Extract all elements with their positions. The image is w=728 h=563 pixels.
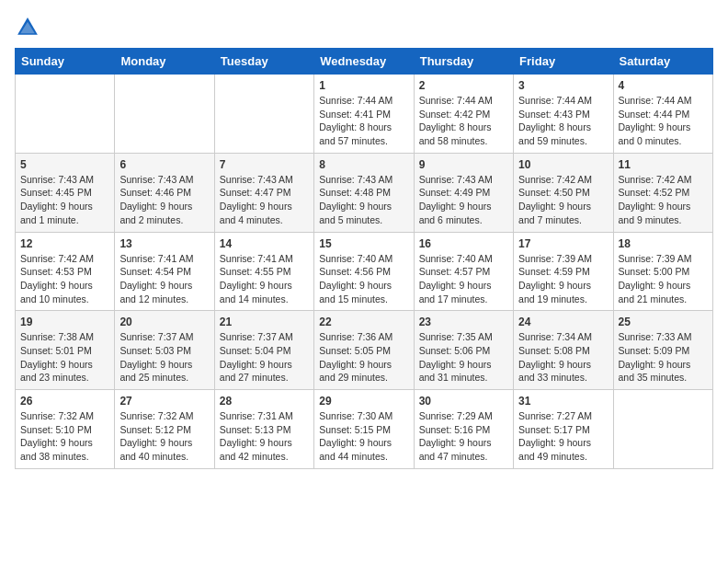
day-cell: 27Sunrise: 7:32 AMSunset: 5:12 PMDayligh…: [115, 390, 214, 469]
day-number: 13: [119, 237, 209, 250]
day-cell: [115, 75, 214, 154]
weekday-friday: Friday: [514, 49, 613, 75]
day-cell: 25Sunrise: 7:33 AMSunset: 5:09 PMDayligh…: [613, 311, 712, 390]
day-info: Sunrise: 7:36 AMSunset: 5:05 PMDaylight:…: [319, 330, 408, 385]
day-number: 23: [419, 316, 508, 328]
day-number: 31: [518, 395, 608, 408]
day-info: Sunrise: 7:43 AMSunset: 4:48 PMDaylight:…: [319, 173, 408, 227]
day-info: Sunrise: 7:34 AMSunset: 5:08 PMDaylight:…: [518, 330, 608, 385]
day-number: 18: [619, 237, 708, 250]
day-number: 3: [518, 79, 608, 92]
day-cell: 21Sunrise: 7:37 AMSunset: 5:04 PMDayligh…: [214, 311, 313, 390]
day-cell: 18Sunrise: 7:39 AMSunset: 5:00 PMDayligh…: [613, 232, 712, 311]
week-row-3: 12Sunrise: 7:42 AMSunset: 4:53 PMDayligh…: [16, 232, 713, 311]
day-info: Sunrise: 7:43 AMSunset: 4:45 PMDaylight:…: [20, 173, 109, 227]
day-number: 27: [119, 395, 209, 408]
logo-icon: [15, 15, 40, 40]
day-number: 9: [419, 158, 508, 171]
day-number: 17: [518, 237, 608, 250]
day-number: 28: [220, 395, 309, 408]
day-number: 19: [20, 316, 109, 328]
day-number: 30: [419, 395, 508, 408]
weekday-sunday: Sunday: [16, 49, 115, 75]
day-number: 25: [619, 316, 708, 328]
day-number: 14: [220, 237, 309, 250]
day-cell: 17Sunrise: 7:39 AMSunset: 4:59 PMDayligh…: [514, 232, 613, 311]
day-info: Sunrise: 7:38 AMSunset: 5:01 PMDaylight:…: [20, 330, 109, 385]
day-number: 26: [20, 395, 109, 408]
day-info: Sunrise: 7:29 AMSunset: 5:16 PMDaylight:…: [419, 409, 508, 464]
day-cell: 15Sunrise: 7:40 AMSunset: 4:56 PMDayligh…: [314, 232, 414, 311]
calendar-table: SundayMondayTuesdayWednesdayThursdayFrid…: [15, 48, 713, 469]
day-cell: 26Sunrise: 7:32 AMSunset: 5:10 PMDayligh…: [16, 390, 115, 469]
day-info: Sunrise: 7:43 AMSunset: 4:46 PMDaylight:…: [119, 173, 209, 227]
day-info: Sunrise: 7:43 AMSunset: 4:49 PMDaylight:…: [419, 173, 508, 227]
day-number: 5: [20, 158, 109, 171]
day-cell: [613, 390, 712, 469]
day-cell: 8Sunrise: 7:43 AMSunset: 4:48 PMDaylight…: [314, 153, 414, 232]
day-cell: [16, 75, 115, 154]
day-cell: 2Sunrise: 7:44 AMSunset: 4:42 PMDaylight…: [414, 75, 513, 154]
day-cell: 13Sunrise: 7:41 AMSunset: 4:54 PMDayligh…: [115, 232, 214, 311]
day-cell: 11Sunrise: 7:42 AMSunset: 4:52 PMDayligh…: [613, 153, 712, 232]
day-number: 22: [319, 316, 408, 328]
day-cell: 9Sunrise: 7:43 AMSunset: 4:49 PMDaylight…: [414, 153, 513, 232]
day-cell: 12Sunrise: 7:42 AMSunset: 4:53 PMDayligh…: [16, 232, 115, 311]
day-info: Sunrise: 7:41 AMSunset: 4:55 PMDaylight:…: [220, 252, 309, 306]
day-number: 4: [619, 79, 708, 92]
day-info: Sunrise: 7:33 AMSunset: 5:09 PMDaylight:…: [619, 330, 708, 385]
day-cell: 23Sunrise: 7:35 AMSunset: 5:06 PMDayligh…: [414, 311, 513, 390]
day-cell: 14Sunrise: 7:41 AMSunset: 4:55 PMDayligh…: [214, 232, 313, 311]
day-number: 21: [220, 316, 309, 328]
day-info: Sunrise: 7:43 AMSunset: 4:47 PMDaylight:…: [220, 173, 309, 227]
day-cell: 31Sunrise: 7:27 AMSunset: 5:17 PMDayligh…: [514, 390, 613, 469]
day-info: Sunrise: 7:41 AMSunset: 4:54 PMDaylight:…: [119, 252, 209, 306]
day-info: Sunrise: 7:44 AMSunset: 4:43 PMDaylight:…: [518, 94, 608, 148]
weekday-header-row: SundayMondayTuesdayWednesdayThursdayFrid…: [16, 49, 713, 75]
day-info: Sunrise: 7:44 AMSunset: 4:41 PMDaylight:…: [319, 94, 408, 148]
day-number: 20: [119, 316, 209, 328]
day-info: Sunrise: 7:27 AMSunset: 5:17 PMDaylight:…: [518, 409, 608, 464]
day-cell: 29Sunrise: 7:30 AMSunset: 5:15 PMDayligh…: [314, 390, 414, 469]
day-info: Sunrise: 7:39 AMSunset: 4:59 PMDaylight:…: [518, 252, 608, 306]
day-cell: 7Sunrise: 7:43 AMSunset: 4:47 PMDaylight…: [214, 153, 313, 232]
day-info: Sunrise: 7:30 AMSunset: 5:15 PMDaylight:…: [319, 409, 408, 464]
logo: [15, 15, 40, 40]
day-info: Sunrise: 7:40 AMSunset: 4:57 PMDaylight:…: [419, 252, 508, 306]
day-cell: [214, 75, 313, 154]
day-cell: 1Sunrise: 7:44 AMSunset: 4:41 PMDaylight…: [314, 75, 414, 154]
day-number: 8: [319, 158, 408, 171]
day-number: 10: [518, 158, 608, 171]
week-row-4: 19Sunrise: 7:38 AMSunset: 5:01 PMDayligh…: [16, 311, 713, 390]
day-cell: 5Sunrise: 7:43 AMSunset: 4:45 PMDaylight…: [16, 153, 115, 232]
day-info: Sunrise: 7:42 AMSunset: 4:50 PMDaylight:…: [518, 173, 608, 227]
day-number: 15: [319, 237, 408, 250]
weekday-thursday: Thursday: [414, 49, 513, 75]
day-number: 7: [220, 158, 309, 171]
day-info: Sunrise: 7:31 AMSunset: 5:13 PMDaylight:…: [220, 409, 309, 464]
day-cell: 3Sunrise: 7:44 AMSunset: 4:43 PMDaylight…: [514, 75, 613, 154]
day-number: 24: [518, 316, 608, 328]
day-info: Sunrise: 7:32 AMSunset: 5:10 PMDaylight:…: [20, 409, 109, 464]
day-number: 16: [419, 237, 508, 250]
day-cell: 16Sunrise: 7:40 AMSunset: 4:57 PMDayligh…: [414, 232, 513, 311]
day-number: 6: [119, 158, 209, 171]
day-info: Sunrise: 7:42 AMSunset: 4:52 PMDaylight:…: [619, 173, 708, 227]
day-info: Sunrise: 7:32 AMSunset: 5:12 PMDaylight:…: [119, 409, 209, 464]
day-info: Sunrise: 7:35 AMSunset: 5:06 PMDaylight:…: [419, 330, 508, 385]
day-cell: 6Sunrise: 7:43 AMSunset: 4:46 PMDaylight…: [115, 153, 214, 232]
day-info: Sunrise: 7:37 AMSunset: 5:04 PMDaylight:…: [220, 330, 309, 385]
day-number: 1: [319, 79, 408, 92]
day-number: 2: [419, 79, 508, 92]
day-cell: 28Sunrise: 7:31 AMSunset: 5:13 PMDayligh…: [214, 390, 313, 469]
day-number: 12: [20, 237, 109, 250]
day-info: Sunrise: 7:42 AMSunset: 4:53 PMDaylight:…: [20, 252, 109, 306]
week-row-5: 26Sunrise: 7:32 AMSunset: 5:10 PMDayligh…: [16, 390, 713, 469]
day-info: Sunrise: 7:39 AMSunset: 5:00 PMDaylight:…: [619, 252, 708, 306]
weekday-tuesday: Tuesday: [214, 49, 313, 75]
day-number: 11: [619, 158, 708, 171]
day-info: Sunrise: 7:44 AMSunset: 4:44 PMDaylight:…: [619, 94, 708, 148]
week-row-2: 5Sunrise: 7:43 AMSunset: 4:45 PMDaylight…: [16, 153, 713, 232]
weekday-monday: Monday: [115, 49, 214, 75]
day-info: Sunrise: 7:40 AMSunset: 4:56 PMDaylight:…: [319, 252, 408, 306]
